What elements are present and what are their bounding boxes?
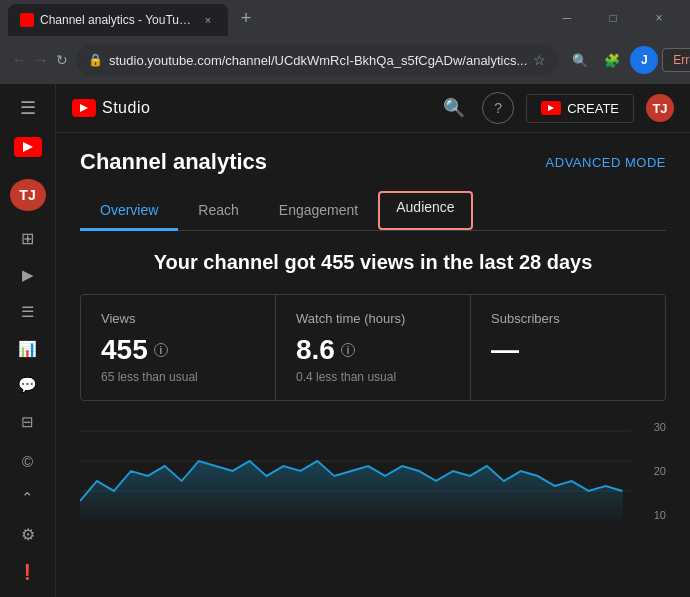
search-header-button[interactable]: 🔍 [438,92,470,124]
subscribers-value: — [491,334,645,366]
create-play-icon [548,105,554,111]
sidebar-item-settings[interactable]: ⚙ [8,517,48,552]
views-label: Views [101,311,255,326]
stat-card-subscribers: Subscribers — [471,295,665,400]
search-ext-button[interactable]: 🔍 [566,46,594,74]
studio-app: ☰ TJ ⊞ ▶ ☰ 📊 💬 ⊟ © ⌃ ⚙ ❗ Studio [0,84,690,597]
tab-bar: Channel analytics - YouTube Stu... × + ─… [0,0,690,36]
hamburger-button[interactable]: ☰ [10,92,46,123]
new-tab-button[interactable]: + [232,4,260,32]
views-change: 65 less than usual [101,370,255,384]
sidebar: ☰ TJ ⊞ ▶ ☰ 📊 💬 ⊟ © ⌃ ⚙ ❗ [0,84,56,597]
create-icon [541,101,561,115]
studio-play-icon [80,104,88,112]
sidebar-item-dashboard[interactable]: ⊞ [8,221,48,256]
maximize-button[interactable]: □ [590,0,636,36]
window-controls: ─ □ × [544,0,682,36]
sidebar-item-videos[interactable]: ▶ [8,258,48,293]
yt-logo-icon [14,137,42,157]
views-value: 455 i [101,334,255,366]
main-content: Studio 🔍 ? CREATE TJ Channel analytics A… [56,84,690,597]
stat-card-views: Views 455 i 65 less than usual [81,295,276,400]
studio-header: Studio 🔍 ? CREATE TJ [56,84,690,133]
lock-icon: 🔒 [88,53,103,67]
back-button[interactable]: ← [12,46,26,74]
tab-engagement[interactable]: Engagement [259,192,378,231]
stats-cards: Views 455 i 65 less than usual Watch tim… [80,294,666,401]
tab-close-btn[interactable]: × [200,12,216,28]
sidebar-item-feedback[interactable]: ❗ [8,554,48,589]
browser-chrome: Channel analytics - YouTube Stu... × + ─… [0,0,690,84]
minimize-button[interactable]: ─ [544,0,590,36]
url-text: studio.youtube.com/channel/UCdkWmRcI-Bkh… [109,53,527,68]
close-window-button[interactable]: × [636,0,682,36]
studio-logo-icon [72,99,96,117]
refresh-button[interactable]: ↻ [56,46,68,74]
subscribers-label: Subscribers [491,311,645,326]
tab-favicon [20,13,34,27]
help-button[interactable]: ? [482,92,514,124]
analytics-tabs: Overview Reach Engagement Audience [80,191,666,231]
tab-title: Channel analytics - YouTube Stu... [40,13,194,27]
error-button[interactable]: Error [662,48,690,72]
studio-sidebar-logo [14,125,42,169]
analytics-content: Channel analytics ADVANCED MODE Overview… [56,133,690,597]
sidebar-item-comments[interactable]: 💬 [8,368,48,403]
profile-button[interactable]: J [630,46,658,74]
studio-logo: Studio [72,99,150,117]
sidebar-item-playlists[interactable]: ☰ [8,294,48,329]
url-bar[interactable]: 🔒 studio.youtube.com/channel/UCdkWmRcI-B… [76,44,558,76]
y-label-20: 20 [636,465,666,477]
y-label-30: 30 [636,421,666,433]
bookmark-icon[interactable]: ☆ [533,52,546,68]
chart-y-labels: 30 20 10 [636,421,666,521]
watchtime-label: Watch time (hours) [296,311,450,326]
views-headline: Your channel got 455 views in the last 2… [80,251,666,274]
create-label: CREATE [567,101,619,116]
tab-audience[interactable]: Audience [378,191,472,230]
watchtime-value: 8.6 i [296,334,450,366]
forward-button[interactable]: → [34,46,48,74]
chart-svg [80,421,631,521]
active-tab[interactable]: Channel analytics - YouTube Stu... × [8,4,228,36]
advanced-mode-button[interactable]: ADVANCED MODE [546,155,666,170]
play-icon [23,142,33,152]
chart-area: 30 20 10 [80,421,666,521]
stat-card-watchtime: Watch time (hours) 8.6 i 0.4 less than u… [276,295,471,400]
tab-reach[interactable]: Reach [178,192,258,231]
create-button[interactable]: CREATE [526,94,634,123]
sidebar-item-analytics[interactable]: 📊 [8,331,48,366]
account-button[interactable]: TJ [646,94,674,122]
sidebar-item-options[interactable]: ⌃ [8,480,48,515]
puzzle-icon[interactable]: 🧩 [598,46,626,74]
sidebar-item-copyright[interactable]: © [8,444,48,479]
sidebar-avatar[interactable]: TJ [10,179,46,210]
page-title: Channel analytics [80,149,267,175]
address-bar: ← → ↻ 🔒 studio.youtube.com/channel/UCdkW… [0,36,690,84]
watchtime-info-icon[interactable]: i [341,343,355,357]
watchtime-change: 0.4 less than usual [296,370,450,384]
y-label-10: 10 [636,509,666,521]
extension-icons: 🔍 🧩 J Error ⋮ [566,46,690,74]
studio-logo-text: Studio [102,99,150,117]
tab-overview[interactable]: Overview [80,192,178,231]
views-info-icon[interactable]: i [154,343,168,357]
sidebar-item-subtitles[interactable]: ⊟ [8,405,48,440]
analytics-header: Channel analytics ADVANCED MODE [80,149,666,175]
header-actions: 🔍 ? CREATE TJ [438,92,674,124]
